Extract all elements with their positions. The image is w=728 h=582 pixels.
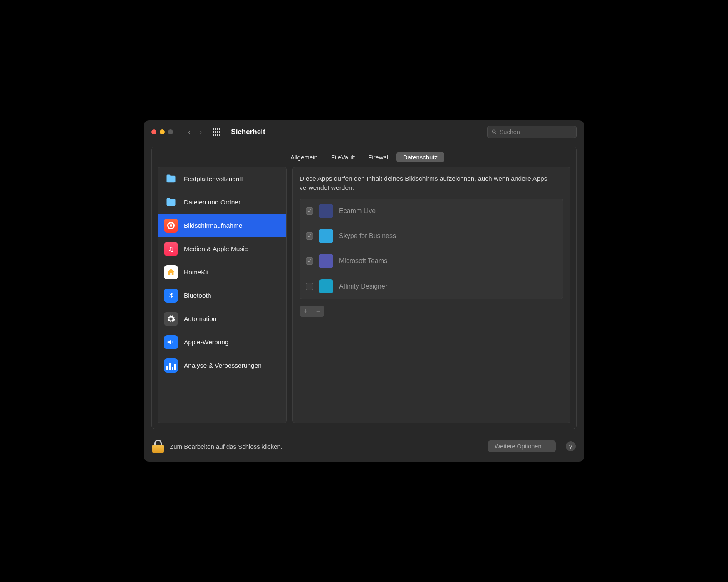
main-panel: AllgemeinFileVaultFirewallDatenschutz Fe… bbox=[151, 147, 577, 429]
search-icon bbox=[492, 129, 497, 135]
app-checkbox[interactable] bbox=[306, 257, 313, 265]
add-button[interactable]: + bbox=[300, 306, 312, 317]
lock-text: Zum Bearbeiten auf das Schloss klicken. bbox=[170, 443, 282, 450]
folder-icon bbox=[164, 172, 178, 186]
app-name-label: Microsoft Teams bbox=[339, 257, 387, 265]
page-title: Sicherheit bbox=[231, 128, 265, 136]
app-row[interactable]: Ecamm Live bbox=[300, 199, 563, 224]
app-checkbox[interactable] bbox=[306, 283, 313, 290]
back-icon[interactable]: ‹ bbox=[188, 127, 191, 137]
sidebar-item-label: HomeKit bbox=[184, 269, 208, 276]
traffic-lights bbox=[151, 129, 173, 134]
app-icon bbox=[319, 229, 333, 243]
sidebar-item-label: Bildschirmaufnahme bbox=[184, 222, 242, 229]
forward-icon[interactable]: › bbox=[199, 127, 202, 137]
zoom-icon[interactable] bbox=[168, 129, 173, 134]
add-remove-control: + − bbox=[300, 306, 324, 317]
tab-firewall[interactable]: Firewall bbox=[362, 152, 396, 162]
app-checkbox[interactable] bbox=[306, 232, 313, 240]
folder-icon bbox=[164, 195, 178, 209]
app-checkbox[interactable] bbox=[306, 207, 313, 215]
app-icon bbox=[319, 254, 333, 268]
help-icon[interactable]: ? bbox=[566, 441, 576, 451]
app-list: Ecamm LiveSkype for BusinessMicrosoft Te… bbox=[300, 199, 563, 299]
app-row[interactable]: Affinity Designer bbox=[300, 274, 563, 299]
gear-icon bbox=[164, 312, 178, 326]
content-panel: Diese Apps dürfen den Inhalt deines Bild… bbox=[292, 167, 570, 423]
sidebar-item-bluetooth[interactable]: Bluetooth bbox=[158, 284, 286, 307]
sidebar-item-automation[interactable]: Automation bbox=[158, 307, 286, 331]
sidebar-item-festplattenvollzugriff[interactable]: Festplattenvollzugriff bbox=[158, 167, 286, 191]
sidebar-item-label: Analyse & Verbesserungen bbox=[184, 362, 262, 369]
sidebar-item-dateien-und-ordner[interactable]: Dateien und Ordner bbox=[158, 191, 286, 214]
bluetooth-icon bbox=[164, 289, 178, 303]
megaphone-icon bbox=[164, 335, 178, 349]
sidebar-item-homekit[interactable]: HomeKit bbox=[158, 261, 286, 284]
minimize-icon[interactable] bbox=[160, 129, 165, 134]
lock-icon[interactable] bbox=[152, 440, 164, 453]
footer: Zum Bearbeiten auf das Schloss klicken. … bbox=[144, 435, 584, 462]
all-prefs-icon[interactable] bbox=[213, 128, 220, 136]
app-name-label: Ecamm Live bbox=[339, 207, 376, 215]
sidebar-item-apple-werbung[interactable]: Apple-Werbung bbox=[158, 331, 286, 354]
sidebar-item-label: Festplattenvollzugriff bbox=[184, 175, 243, 183]
description-text: Diese Apps dürfen den Inhalt deines Bild… bbox=[300, 174, 563, 193]
sidebar-item-label: Medien & Apple Music bbox=[184, 245, 248, 253]
app-name-label: Skype for Business bbox=[339, 232, 396, 240]
bars-icon bbox=[164, 358, 178, 373]
record-icon bbox=[164, 219, 178, 233]
sidebar-item-medien-apple-music[interactable]: ♫Medien & Apple Music bbox=[158, 237, 286, 261]
sidebar-item-label: Apple-Werbung bbox=[184, 338, 228, 346]
sidebar-item-label: Bluetooth bbox=[184, 292, 211, 299]
titlebar: ‹ › Sicherheit bbox=[144, 120, 584, 143]
privacy-sidebar: FestplattenvollzugriffDateien und Ordner… bbox=[158, 167, 287, 423]
sidebar-item-label: Automation bbox=[184, 315, 216, 323]
sidebar-item-analyse-verbesserungen[interactable]: Analyse & Verbesserungen bbox=[158, 354, 286, 377]
app-row[interactable]: Skype for Business bbox=[300, 224, 563, 249]
app-name-label: Affinity Designer bbox=[339, 283, 387, 290]
tabs: AllgemeinFileVaultFirewallDatenschutz bbox=[152, 147, 576, 167]
sidebar-item-label: Dateien und Ordner bbox=[184, 199, 240, 206]
tab-allgemein[interactable]: Allgemein bbox=[284, 152, 324, 162]
app-icon bbox=[319, 204, 333, 218]
nav-buttons: ‹ › bbox=[188, 127, 202, 137]
home-icon bbox=[164, 265, 178, 279]
tab-datenschutz[interactable]: Datenschutz bbox=[396, 152, 444, 162]
music-icon: ♫ bbox=[164, 242, 178, 256]
sidebar-item-bildschirmaufnahme[interactable]: Bildschirmaufnahme bbox=[158, 214, 286, 237]
tab-filevault[interactable]: FileVault bbox=[324, 152, 362, 162]
remove-button[interactable]: − bbox=[312, 306, 324, 317]
search-input[interactable] bbox=[500, 129, 572, 135]
search-field[interactable] bbox=[487, 126, 577, 138]
more-options-button[interactable]: Weitere Optionen … bbox=[488, 440, 556, 452]
close-icon[interactable] bbox=[151, 129, 156, 134]
preferences-window: ‹ › Sicherheit AllgemeinFileVaultFirewal… bbox=[144, 120, 584, 462]
app-icon bbox=[319, 279, 333, 293]
app-row[interactable]: Microsoft Teams bbox=[300, 249, 563, 274]
